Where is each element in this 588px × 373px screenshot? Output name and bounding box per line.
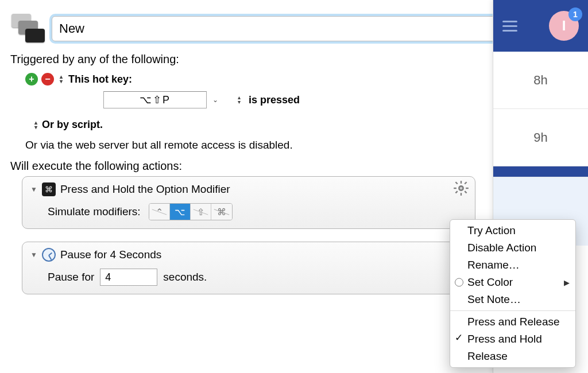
action-title: Pause for 4 Seconds [60, 248, 161, 261]
menu-press-and-release[interactable]: Press and Release [450, 313, 575, 331]
script-trigger-stepper[interactable]: ▴▾ [34, 121, 37, 130]
action-card[interactable]: ▼ Pause for 4 Seconds Pause for seconds. [22, 242, 475, 294]
pause-prefix-label: Pause for [48, 271, 94, 283]
notification-badge: 1 [568, 7, 582, 21]
menu-disable-action[interactable]: Disable Action [450, 239, 575, 257]
hotkey-trigger-label: This hot key: [68, 73, 132, 86]
hotkey-state-label: is pressed [249, 94, 300, 106]
svg-rect-4 [466, 188, 469, 189]
modifier-shift[interactable]: ⇧ [191, 204, 211, 220]
svg-rect-6 [464, 191, 467, 193]
modifier-toggle-group[interactable]: ⌃ ⌥ ⇧ ⌘ [149, 203, 233, 220]
macro-name-input[interactable] [52, 16, 539, 41]
menu-release[interactable]: Release [450, 348, 575, 365]
action-context-menu: Try Action Disable Action Rename… Set Co… [450, 219, 576, 368]
macro-group-icon [10, 11, 45, 46]
action-gear-button[interactable] [453, 180, 469, 196]
menu-press-and-hold[interactable]: Press and Hold [450, 331, 575, 348]
menu-rename[interactable]: Rename… [450, 257, 575, 274]
menu-try-action[interactable]: Try Action [450, 222, 575, 239]
calendar-hour[interactable]: 9h [493, 109, 588, 166]
pause-suffix-label: seconds. [163, 271, 207, 283]
calendar-event-bar[interactable] [493, 166, 588, 177]
modifiers-label: Simulate modifiers: [48, 205, 141, 218]
action-card[interactable]: ▼ ⌘ Press and Hold the Option Modifier S… [22, 176, 475, 229]
hotkey-input[interactable]: ⌥⇧P [103, 91, 207, 108]
disclosure-triangle-icon[interactable]: ▼ [30, 185, 37, 193]
avatar-initial: I [562, 18, 566, 34]
remove-trigger-button[interactable]: − [41, 73, 54, 86]
svg-rect-2 [461, 193, 462, 196]
hotkey-state-stepper[interactable]: ▴▾ [238, 95, 241, 104]
modifier-cmd[interactable]: ⌘ [211, 204, 232, 220]
menu-separator [450, 310, 575, 311]
modifier-ctrl[interactable]: ⌃ [149, 204, 170, 220]
script-trigger-label: Or by script. [42, 119, 103, 131]
svg-rect-8 [455, 191, 458, 193]
svg-rect-3 [454, 188, 457, 189]
hotkey-dropdown-icon[interactable]: ⌄ [212, 96, 218, 104]
gear-icon [453, 180, 469, 196]
svg-rect-1 [461, 181, 462, 184]
add-trigger-button[interactable]: + [25, 73, 38, 86]
modifier-key-icon: ⌘ [42, 182, 56, 196]
hamburger-icon[interactable] [502, 21, 517, 32]
svg-rect-5 [455, 181, 458, 184]
menu-set-note[interactable]: Set Note… [450, 291, 575, 308]
avatar[interactable]: I 1 [549, 11, 579, 41]
svg-rect-7 [464, 181, 467, 184]
menu-set-color[interactable]: Set Color [450, 274, 575, 291]
svg-point-9 [460, 187, 463, 190]
disclosure-triangle-icon[interactable]: ▼ [30, 251, 37, 259]
clock-icon [42, 248, 56, 262]
action-title: Press and Hold the Option Modifier [60, 183, 230, 196]
modifier-opt[interactable]: ⌥ [170, 204, 191, 220]
calendar-hour[interactable]: 8h [493, 52, 588, 109]
pause-seconds-input[interactable] [100, 269, 157, 286]
trigger-type-stepper[interactable]: ▴▾ [60, 75, 63, 84]
